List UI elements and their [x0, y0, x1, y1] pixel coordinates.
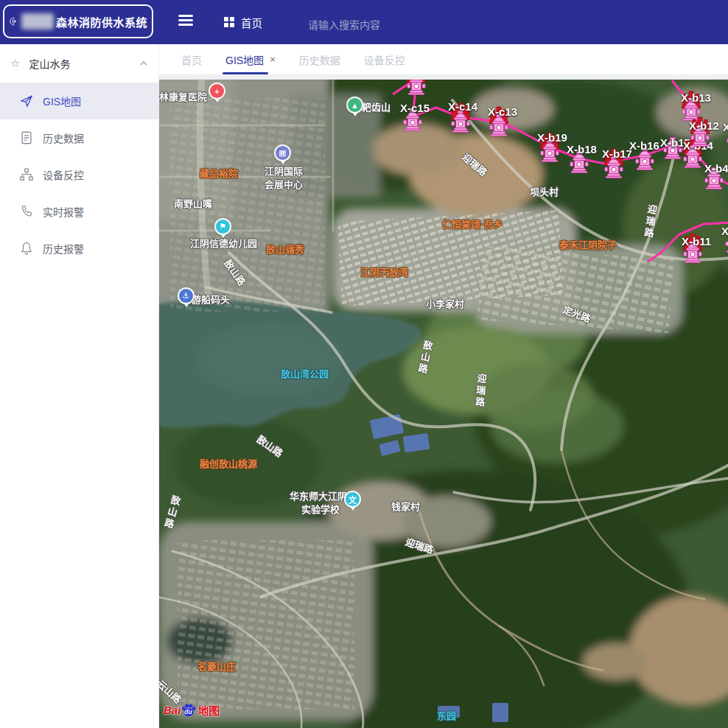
- hydrant-icon: [704, 167, 724, 192]
- app-logo: 森林消防供水系统: [0, 0, 159, 44]
- hydrant-marker-X-b16[interactable]: [635, 148, 654, 170]
- hydrant-icon: [451, 111, 470, 136]
- sidebar-group-label: 定山水务: [29, 56, 70, 71]
- sidebar-item-GIS地图[interactable]: GIS地图: [0, 83, 158, 119]
- hydrant-marker-X-b15[interactable]: [663, 137, 682, 159]
- sitemap-icon: [19, 167, 34, 182]
- star-icon: ☆: [10, 57, 20, 70]
- hydrant-icon: [683, 241, 702, 266]
- hydrant-icon: [663, 137, 682, 162]
- tab-close-icon[interactable]: ×: [270, 54, 276, 65]
- hydrant-marker-X-b12[interactable]: [690, 125, 710, 147]
- home-label: 首页: [241, 15, 262, 30]
- hydrant-marker-X-c13[interactable]: [489, 114, 508, 136]
- hydrant-icon: [725, 231, 728, 256]
- sidebar-item-实时报警[interactable]: 实时报警: [0, 193, 158, 230]
- hydrant-icon: [403, 109, 422, 134]
- hydrant-icon: [690, 125, 710, 150]
- sidebar-item-label: GIS地图: [43, 94, 81, 108]
- hydrant-marker-X-b4[interactable]: [704, 167, 724, 189]
- hydrant-icon: [570, 151, 589, 176]
- hydrant-marker-X-b19[interactable]: [540, 140, 559, 162]
- hydrant-icon: [683, 146, 702, 171]
- sidebar-item-label: 实时报警: [43, 204, 84, 219]
- active-tab-underline: [223, 72, 268, 74]
- tab-历史数据[interactable]: 历史数据: [287, 44, 352, 74]
- hydrant-marker-X-b18[interactable]: [570, 151, 589, 173]
- bell-icon: [19, 241, 34, 256]
- hydrant-icon: [604, 156, 623, 181]
- hydrant-marker-X-c14[interactable]: [451, 111, 470, 133]
- sidebar-item-label: 历史数据: [43, 130, 84, 145]
- tab-bar: 首页GIS地图×历史数据设备反控: [159, 44, 728, 75]
- sidebar-item-label: 设备反控: [43, 167, 84, 182]
- sidebar-item-设备反控[interactable]: 设备反控: [0, 156, 158, 193]
- app-header: 森林消防供水系统 首页 请输入搜索内容: [0, 0, 728, 44]
- menu-toggle-icon[interactable]: [178, 15, 193, 28]
- gis-map-canvas[interactable]: 迎瑞路迎瑞路定光路敔山路敔山路迎瑞路敔山路敔山路迎瑞路云山路 林康复医院耙齿山藏…: [159, 80, 728, 728]
- sidebar: ☆ 定山水务 GIS地图历史数据设备反控实时报警历史报警: [0, 44, 159, 728]
- hydrant-icon: [489, 114, 508, 139]
- tab-设备反控[interactable]: 设备反控: [352, 44, 417, 74]
- hydrant-marker[interactable]: [407, 80, 426, 95]
- tab-label: 设备反控: [364, 52, 405, 67]
- hydrant-network-polyline: [159, 80, 728, 728]
- hydrant-icon: [635, 148, 654, 173]
- sonar-icon: [9, 11, 18, 32]
- hydrant-icon: [540, 140, 559, 165]
- send-icon: [19, 94, 34, 108]
- sidebar-item-历史数据[interactable]: 历史数据: [0, 119, 158, 156]
- tab-GIS地图[interactable]: GIS地图×: [214, 44, 287, 74]
- hydrant-marker-X-b17[interactable]: [604, 156, 623, 178]
- grid-icon: [224, 17, 235, 28]
- tab-label: 首页: [181, 52, 202, 67]
- document-icon: [19, 130, 34, 145]
- sidebar-group-dingshan[interactable]: ☆ 定山水务: [0, 44, 158, 83]
- phone-icon: [19, 204, 34, 219]
- sidebar-item-历史报警[interactable]: 历史报警: [0, 230, 158, 267]
- hydrant-marker-X-c15[interactable]: [403, 109, 422, 131]
- tab-首页[interactable]: 首页: [169, 44, 214, 74]
- hydrant-marker-X[interactable]: [725, 231, 728, 253]
- logo-box: 森林消防供水系统: [3, 4, 153, 38]
- home-breadcrumb[interactable]: 首页: [224, 15, 262, 30]
- logo-censored-text: [21, 13, 54, 29]
- tab-label: GIS地图: [225, 52, 264, 67]
- hydrant-marker-X-b11[interactable]: [683, 241, 702, 263]
- search-input[interactable]: 请输入搜索内容: [308, 17, 426, 32]
- chevron-up-icon[interactable]: [139, 57, 148, 69]
- app-title: 森林消防供水系统: [56, 14, 147, 29]
- hydrant-icon: [407, 80, 426, 98]
- tab-label: 历史数据: [299, 52, 340, 67]
- sidebar-item-label: 历史报警: [43, 241, 84, 256]
